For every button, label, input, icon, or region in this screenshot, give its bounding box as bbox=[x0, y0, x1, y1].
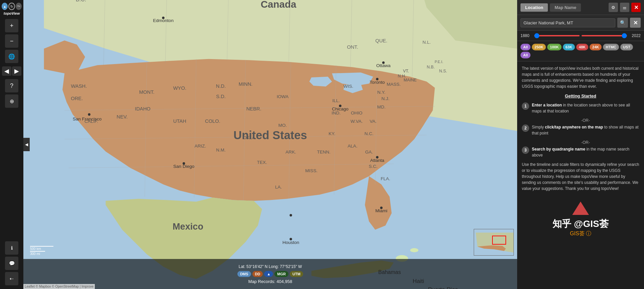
watermark-sub: GIS荟 ⓘ bbox=[520, 230, 641, 237]
svg-text:P.E.I.: P.E.I. bbox=[435, 60, 443, 64]
svg-text:Chicago: Chicago bbox=[332, 106, 349, 111]
globe-button[interactable]: 🌐 bbox=[5, 50, 18, 63]
svg-text:N.Y.: N.Y. bbox=[377, 90, 386, 95]
svg-point-81 bbox=[380, 207, 383, 209]
comment-button[interactable]: 💬 bbox=[5, 257, 18, 270]
timeline-end-slider[interactable] bbox=[582, 35, 627, 36]
svg-text:IDAHO: IDAHO bbox=[135, 106, 151, 111]
tab-map-name[interactable]: Map Name bbox=[550, 3, 581, 12]
mini-map[interactable] bbox=[474, 229, 514, 256]
svg-text:WYO.: WYO. bbox=[173, 85, 186, 91]
svg-text:UTAH: UTAH bbox=[173, 118, 186, 124]
coordinate-format-buttons: DMS DD ▲ MGR UTM bbox=[237, 271, 303, 277]
scale-mi-label: 300 mi bbox=[30, 252, 40, 256]
locate-button[interactable]: ⊕ bbox=[5, 94, 18, 108]
svg-text:Atlanta: Atlanta bbox=[370, 158, 385, 163]
zoom-in-button[interactable]: + bbox=[5, 19, 18, 32]
watermark-area: 知乎 @GIS荟 GIS荟 ⓘ bbox=[517, 198, 644, 241]
step-3-text: Search by quadrangle name in the map nam… bbox=[532, 146, 639, 158]
pan-controls: ◀ ▶ bbox=[2, 65, 21, 77]
filter-ust-button[interactable]: UST bbox=[620, 44, 633, 50]
svg-text:B.C.: B.C. bbox=[76, 0, 86, 2]
svg-text:TENN.: TENN. bbox=[317, 150, 331, 155]
svg-text:N.L.: N.L. bbox=[422, 40, 431, 45]
svg-text:ILL.: ILL. bbox=[332, 98, 340, 103]
svg-point-73 bbox=[183, 162, 185, 165]
info-button[interactable]: ℹ bbox=[5, 241, 18, 255]
svg-text:VT.: VT. bbox=[403, 69, 409, 73]
info-content: The latest version of topoView includes … bbox=[517, 61, 644, 198]
filter-24k-button[interactable]: 24K bbox=[590, 44, 602, 50]
zoom-out-button[interactable]: − bbox=[5, 34, 18, 48]
app-name: topoView bbox=[2, 11, 22, 15]
filter-all-button[interactable]: All bbox=[520, 44, 530, 50]
utm-format-button[interactable]: UTM bbox=[290, 271, 303, 277]
svg-text:KY.: KY. bbox=[329, 131, 335, 136]
mgr-format-button[interactable]: MGR bbox=[274, 271, 288, 277]
search-submit-button[interactable]: 🔍 bbox=[617, 18, 628, 28]
pan-left-button[interactable]: ◀ bbox=[2, 66, 11, 76]
settings-button[interactable]: ⚙ bbox=[609, 3, 618, 12]
svg-text:S.D.: S.D. bbox=[216, 94, 226, 99]
svg-point-70 bbox=[88, 113, 90, 115]
location-search-input[interactable] bbox=[520, 18, 615, 27]
svg-text:LA.: LA. bbox=[275, 185, 282, 190]
map-bottom-bar: Lat: 53°16'42" N Long: 77°52'15" W DMS D… bbox=[23, 259, 517, 289]
svg-text:MAINE: MAINE bbox=[404, 78, 417, 82]
or-divider-2: -OR- bbox=[532, 139, 639, 146]
step-2-text: Simply click/tap anywhere on the map to … bbox=[532, 124, 639, 136]
svg-text:MONT.: MONT. bbox=[139, 89, 155, 95]
filter-button[interactable]: ⚌ bbox=[620, 3, 629, 12]
mountain-format-button[interactable]: ▲ bbox=[264, 271, 273, 277]
filter-all2-button[interactable]: All bbox=[520, 52, 530, 58]
map-records-label: Map Records: bbox=[248, 279, 275, 284]
svg-text:Ottawa: Ottawa bbox=[376, 63, 391, 68]
pan-right-button[interactable]: ▶ bbox=[12, 66, 21, 76]
svg-text:N.B.: N.B. bbox=[427, 65, 435, 69]
svg-text:MASS.: MASS. bbox=[387, 82, 401, 87]
help-button[interactable]: ? bbox=[5, 79, 18, 92]
svg-text:TEX.: TEX. bbox=[257, 160, 267, 165]
share-button[interactable]: ⇠ bbox=[5, 272, 18, 285]
step-1: 1 Enter a location in the location searc… bbox=[522, 102, 639, 114]
canada-label: Canada bbox=[261, 0, 296, 10]
svg-text:MISS.: MISS. bbox=[305, 168, 317, 173]
tab-location[interactable]: Location bbox=[520, 3, 548, 12]
coordinates-display: Lat: 53°16'42" N Long: 77°52'15" W bbox=[239, 264, 302, 269]
logo-refresh-icon: ↻ bbox=[8, 3, 15, 10]
map-container[interactable]: Canada United States Mexico Cuba Haiti P… bbox=[23, 0, 517, 289]
svg-text:OKLA.: OKLA. bbox=[243, 135, 256, 140]
svg-text:N.J.: N.J. bbox=[382, 96, 390, 101]
map-svg[interactable]: Canada United States Mexico Cuba Haiti P… bbox=[23, 0, 517, 289]
svg-point-83 bbox=[382, 61, 385, 64]
dd-format-button[interactable]: DD bbox=[252, 271, 263, 277]
filter-48k-button[interactable]: 48K bbox=[576, 44, 588, 50]
map-records-display: Map Records: 404,958 bbox=[248, 279, 292, 284]
svg-text:ONT.: ONT. bbox=[347, 44, 358, 50]
svg-text:NEV.: NEV. bbox=[117, 114, 128, 119]
svg-text:WASH.: WASH. bbox=[71, 83, 87, 89]
dms-format-button[interactable]: DMS bbox=[237, 271, 251, 277]
svg-text:FLA.: FLA. bbox=[381, 176, 390, 181]
svg-text:N.D.: N.D. bbox=[216, 83, 226, 89]
svg-text:N.C.: N.C. bbox=[365, 131, 374, 136]
svg-text:QUE.: QUE. bbox=[375, 38, 387, 43]
close-panel-button[interactable]: ✕ bbox=[631, 3, 641, 12]
filter-htmc-button[interactable]: HTMC bbox=[603, 44, 619, 50]
step-1-number: 1 bbox=[522, 102, 529, 110]
svg-text:ORE.: ORE. bbox=[71, 96, 83, 101]
timeline-start-slider[interactable] bbox=[534, 35, 580, 36]
filter-100k-button[interactable]: 100K bbox=[547, 44, 561, 50]
svg-text:NEBR.: NEBR. bbox=[246, 106, 261, 111]
watermark-text: 知乎 @GIS荟 bbox=[520, 218, 641, 230]
filter-63k-button[interactable]: 63K bbox=[563, 44, 575, 50]
filter-250k-button[interactable]: 250K bbox=[532, 44, 546, 50]
svg-point-79 bbox=[376, 156, 378, 159]
right-panel: Location Map Name ⚙ ⚌ ✕ 🔍 ✕ 1880 2022 Al… bbox=[517, 0, 644, 289]
search-clear-button[interactable]: ✕ bbox=[630, 18, 641, 28]
expand-panel-button[interactable]: ◀ bbox=[23, 138, 30, 151]
svg-point-88 bbox=[289, 214, 292, 216]
svg-text:MINN.: MINN. bbox=[239, 81, 253, 87]
svg-text:ARIZ.: ARIZ. bbox=[195, 143, 206, 149]
or-divider-1: -OR- bbox=[532, 117, 639, 123]
